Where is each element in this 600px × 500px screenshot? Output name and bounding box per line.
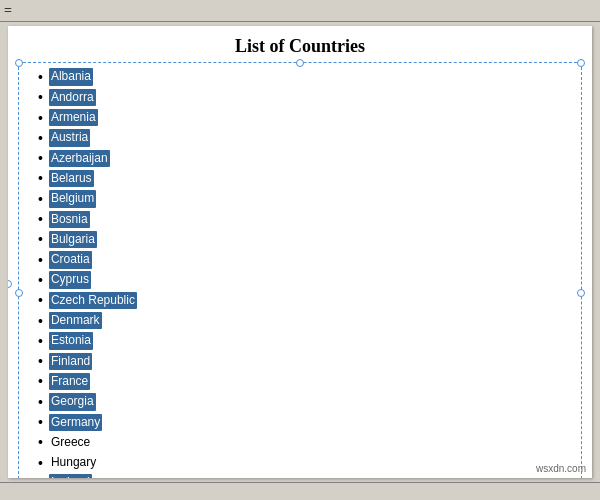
equals-sign: = <box>4 3 12 19</box>
bullet-icon: • <box>38 371 43 391</box>
list-item[interactable]: •Belgium <box>38 189 562 209</box>
bullet-icon: • <box>38 189 43 209</box>
country-name: Albania <box>49 68 93 85</box>
handle-ml[interactable] <box>15 289 23 297</box>
list-item[interactable]: •Georgia <box>38 392 562 412</box>
list-item[interactable]: •Czech Republic <box>38 290 562 310</box>
bullet-icon: • <box>38 148 43 168</box>
handle-tl[interactable] <box>15 59 23 67</box>
country-name: Bosnia <box>49 211 90 228</box>
word-window: = List of Countries •Alba <box>0 0 600 500</box>
country-name: Georgia <box>49 393 96 410</box>
list-item[interactable]: •Albania <box>38 67 562 87</box>
left-handle[interactable] <box>8 280 12 288</box>
list-item[interactable]: •Croatia <box>38 250 562 270</box>
status-bar <box>0 482 600 500</box>
country-name: Andorra <box>49 89 96 106</box>
list-item[interactable]: •Cyprus <box>38 270 562 290</box>
country-name: Denmark <box>49 312 102 329</box>
country-name: Czech Republic <box>49 292 137 309</box>
country-name: Greece <box>49 434 92 451</box>
document-area: List of Countries •Albania•Andorra•Armen… <box>8 26 592 478</box>
bullet-icon: • <box>38 331 43 351</box>
country-name: Cyprus <box>49 271 91 288</box>
list-item[interactable]: •France <box>38 371 562 391</box>
list-item[interactable]: •Bosnia <box>38 209 562 229</box>
list-item[interactable]: •Andorra <box>38 87 562 107</box>
bullet-icon: • <box>38 209 43 229</box>
bullet-icon: • <box>38 67 43 87</box>
toolbar-area: = <box>0 0 600 22</box>
bullet-icon: • <box>38 412 43 432</box>
bullet-icon: • <box>38 473 43 478</box>
country-name: Estonia <box>49 332 93 349</box>
bullet-icon: • <box>38 168 43 188</box>
country-list: •Albania•Andorra•Armenia•Austria•Azerbai… <box>38 67 562 478</box>
list-item[interactable]: •Armenia <box>38 108 562 128</box>
country-name: Austria <box>49 129 90 146</box>
bullet-icon: • <box>38 290 43 310</box>
list-item[interactable]: •Hungary <box>38 453 562 473</box>
country-name: Finland <box>49 353 92 370</box>
country-name: Belgium <box>49 190 96 207</box>
list-item[interactable]: •Iceland <box>38 473 562 478</box>
bullet-icon: • <box>38 128 43 148</box>
list-item[interactable]: •Estonia <box>38 331 562 351</box>
handle-tm[interactable] <box>296 59 304 67</box>
country-name: Hungary <box>49 454 98 471</box>
list-item[interactable]: •Bulgaria <box>38 229 562 249</box>
bullet-icon: • <box>38 351 43 371</box>
handle-mr[interactable] <box>577 289 585 297</box>
list-item[interactable]: •Finland <box>38 351 562 371</box>
country-name: France <box>49 373 90 390</box>
bullet-icon: • <box>38 87 43 107</box>
country-name: Croatia <box>49 251 92 268</box>
list-item[interactable]: •Germany <box>38 412 562 432</box>
bullet-icon: • <box>38 270 43 290</box>
page-content: List of Countries •Albania•Andorra•Armen… <box>8 26 592 478</box>
list-item[interactable]: •Austria <box>38 128 562 148</box>
bullet-icon: • <box>38 392 43 412</box>
bullet-icon: • <box>38 229 43 249</box>
bullet-icon: • <box>38 250 43 270</box>
bullet-icon: • <box>38 108 43 128</box>
page-title: List of Countries <box>38 36 562 57</box>
country-name: Azerbaijan <box>49 150 110 167</box>
list-item[interactable]: •Greece <box>38 432 562 452</box>
country-name: Armenia <box>49 109 98 126</box>
country-name: Iceland <box>49 474 92 478</box>
country-name: Belarus <box>49 170 94 187</box>
list-item[interactable]: •Azerbaijan <box>38 148 562 168</box>
list-item[interactable]: •Denmark <box>38 311 562 331</box>
list-item[interactable]: •Belarus <box>38 168 562 188</box>
country-name: Germany <box>49 414 102 431</box>
bullet-icon: • <box>38 453 43 473</box>
bullet-icon: • <box>38 311 43 331</box>
watermark: wsxdn.com <box>536 463 586 474</box>
country-name: Bulgaria <box>49 231 97 248</box>
handle-tr[interactable] <box>577 59 585 67</box>
bullet-icon: • <box>38 432 43 452</box>
